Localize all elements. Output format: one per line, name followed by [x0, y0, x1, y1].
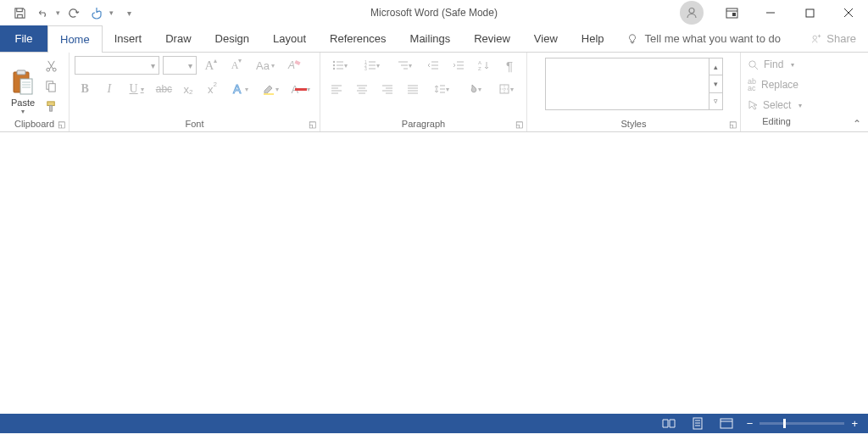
zoom-in-icon[interactable]: +: [851, 417, 858, 430]
ribbon-display-options-icon[interactable]: [712, 0, 751, 25]
svg-point-16: [53, 68, 56, 71]
chevron-down-icon[interactable]: ▾: [56, 8, 60, 17]
svg-rect-24: [264, 93, 274, 95]
numbering-button[interactable]: 123▾: [358, 56, 387, 75]
read-mode-button[interactable]: [660, 415, 677, 432]
share-button[interactable]: Share: [798, 25, 868, 52]
font-size-combo[interactable]: ▾: [163, 56, 197, 75]
group-font: ▾ ▾ A▴ A▾ Aa▾ A B I U▾ abc x2 x2 A▾ ▾ A▾: [70, 53, 320, 131]
close-button[interactable]: [829, 0, 868, 25]
gallery-down-icon[interactable]: ▾: [709, 75, 722, 92]
multilevel-list-button[interactable]: ▾: [390, 56, 419, 75]
cut-button[interactable]: [41, 56, 61, 75]
font-color-button[interactable]: A▾: [287, 80, 314, 98]
tab-home[interactable]: Home: [47, 25, 103, 52]
file-tab[interactable]: File: [0, 25, 47, 52]
qat-customize-icon[interactable]: ▾: [127, 8, 131, 18]
svg-rect-3: [732, 13, 736, 16]
font-launcher-icon[interactable]: ◱: [309, 120, 316, 129]
save-icon[interactable]: [8, 2, 31, 24]
document-area[interactable]: [0, 132, 868, 414]
tab-insert[interactable]: Insert: [103, 25, 154, 52]
tab-references[interactable]: References: [318, 25, 398, 52]
align-center-button[interactable]: [351, 80, 373, 98]
clear-formatting-button[interactable]: A: [283, 56, 305, 75]
align-left-button[interactable]: [326, 80, 348, 98]
bullets-icon: [332, 60, 344, 70]
web-layout-button[interactable]: [718, 415, 735, 432]
borders-button[interactable]: ▾: [492, 80, 520, 98]
line-spacing-button[interactable]: ▾: [427, 80, 456, 98]
bullets-button[interactable]: ▾: [326, 56, 354, 75]
change-case-button[interactable]: Aa▾: [251, 56, 280, 75]
maximize-button[interactable]: [790, 0, 829, 25]
tab-design[interactable]: Design: [203, 25, 261, 52]
find-button[interactable]: Find▾: [748, 56, 805, 73]
shrink-font-button[interactable]: A▾: [225, 56, 248, 75]
status-bar: − +: [0, 414, 868, 433]
copy-button[interactable]: [41, 76, 61, 95]
highlight-button[interactable]: ▾: [257, 80, 284, 98]
superscript-button[interactable]: x2: [202, 80, 223, 98]
italic-button[interactable]: I: [99, 80, 120, 98]
tab-mailings[interactable]: Mailings: [398, 25, 463, 52]
svg-point-15: [46, 68, 49, 71]
collapse-ribbon-icon[interactable]: ⌃: [853, 118, 861, 130]
zoom-slider[interactable]: − +: [747, 417, 858, 430]
touch-mode-icon[interactable]: [86, 2, 108, 24]
zoom-track[interactable]: [760, 422, 844, 425]
replace-button[interactable]: abac Replace: [748, 76, 805, 93]
highlight-icon: [262, 82, 275, 96]
format-painter-button[interactable]: [41, 97, 61, 115]
justify-button[interactable]: [402, 80, 424, 98]
multilevel-list-icon: [397, 60, 409, 70]
zoom-out-icon[interactable]: −: [747, 417, 754, 430]
paragraph-launcher-icon[interactable]: ◱: [515, 120, 523, 129]
window-title: Microsoft Word (Safe Mode): [370, 7, 498, 19]
text-effects-button[interactable]: A▾: [226, 80, 253, 98]
strikethrough-button[interactable]: abc: [153, 80, 175, 98]
svg-text:A: A: [478, 60, 481, 65]
find-icon: [748, 59, 759, 70]
undo-icon[interactable]: [32, 2, 54, 24]
tell-me-search[interactable]: Tell me what you want to do: [616, 25, 791, 52]
group-editing: Find▾ abac Replace Select▾ Editing: [741, 53, 812, 131]
window-controls: [680, 0, 868, 25]
print-layout-button[interactable]: [689, 415, 706, 432]
decrease-indent-icon: [427, 60, 439, 70]
bold-button[interactable]: B: [75, 80, 96, 98]
show-hide-button[interactable]: ¶: [498, 56, 520, 75]
tab-draw[interactable]: Draw: [153, 25, 203, 52]
gallery-up-icon[interactable]: ▴: [709, 58, 722, 75]
subscript-button[interactable]: x2: [178, 80, 199, 98]
align-right-button[interactable]: [376, 80, 398, 98]
shading-button[interactable]: ▾: [459, 80, 488, 98]
decrease-indent-button[interactable]: [422, 56, 444, 75]
sort-button[interactable]: AZ: [473, 56, 495, 75]
increase-indent-button[interactable]: [448, 56, 470, 75]
tab-view[interactable]: View: [522, 25, 570, 52]
copy-icon: [45, 80, 58, 92]
minimize-button[interactable]: [751, 0, 790, 25]
select-button[interactable]: Select▾: [748, 97, 805, 114]
chevron-down-icon[interactable]: ▾: [109, 8, 114, 17]
justify-icon: [407, 84, 419, 94]
svg-rect-5: [806, 9, 814, 17]
title-bar: ▾ ▾ ▾ Microsoft Word (Safe Mode): [0, 0, 868, 25]
align-right-icon: [381, 84, 393, 94]
styles-launcher-icon[interactable]: ◱: [729, 120, 737, 129]
gallery-more-icon[interactable]: ▿: [709, 93, 722, 109]
shading-icon: [466, 83, 478, 95]
grow-font-button[interactable]: A▴: [200, 56, 222, 75]
paste-button[interactable]: Paste ▾: [5, 56, 41, 115]
clipboard-launcher-icon[interactable]: ◱: [58, 120, 65, 129]
underline-button[interactable]: U▾: [123, 80, 150, 98]
styles-gallery[interactable]: ▴ ▾ ▿: [545, 58, 723, 110]
font-family-combo[interactable]: ▾: [75, 56, 159, 75]
repeat-icon[interactable]: [62, 2, 84, 24]
user-avatar[interactable]: [680, 1, 704, 25]
tab-help[interactable]: Help: [570, 25, 616, 52]
share-icon: [810, 33, 822, 45]
tab-layout[interactable]: Layout: [261, 25, 318, 52]
tab-review[interactable]: Review: [462, 25, 522, 52]
